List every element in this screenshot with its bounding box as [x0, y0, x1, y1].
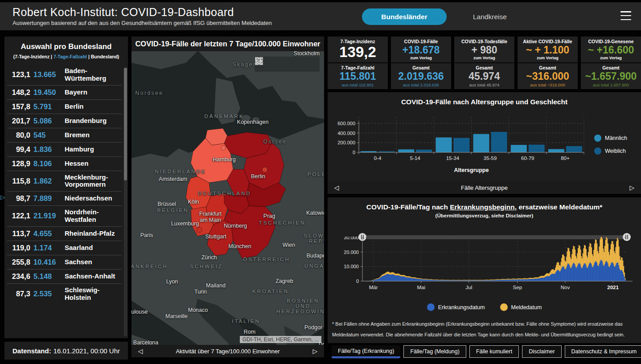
state-incidence: 122,1 [7, 212, 30, 220]
tab-disclaimer[interactable]: Disclaimer [522, 345, 561, 358]
svg-text:30.000: 30.000 [344, 237, 359, 240]
map-pager-label: Aktivität über 7 Tage/100.000 Einwohner [149, 348, 306, 355]
state-row[interactable]: 128,98.106Hessen [7, 156, 122, 171]
legend-weiblich: Weiblich [594, 147, 626, 155]
erkrankungsbeginn-link[interactable]: Erkrankungsbeginn [450, 203, 515, 211]
basemap-icon[interactable] [304, 59, 315, 70]
state-row[interactable]: 255,810.416Sachsen [7, 255, 122, 269]
scrollbar-thumb[interactable] [124, 68, 127, 180]
bar-maennlich-5-14 [398, 149, 414, 152]
state-name: Sachsen-Anhalt [62, 273, 122, 280]
timeline-footnote: * Bei Fällen ohne Angaben zum Erkrankung… [332, 319, 637, 340]
europe-map[interactable]: StockholmSkagerrakNordseeDÄNEMARKKopenha… [131, 51, 324, 357]
state-incidence: 148,2 [7, 88, 30, 97]
state-row[interactable]: 123,113.665Baden-Württemberg [7, 65, 122, 85]
stat-bottom-label: 7-Tage-Fallzahl [341, 65, 374, 70]
map-title: COVID-19-Fälle der letzten 7 Tage/100.00… [131, 37, 324, 51]
state-name: Bayern [62, 89, 122, 96]
state-row[interactable]: 87,32.535Schleswig-Holstein [7, 283, 122, 304]
state-name: Nordrhein-Westfalen [62, 209, 122, 224]
state-row[interactable]: 80,0545Bremen [7, 128, 122, 142]
state-incidence: 234,6 [7, 272, 30, 281]
stat-card: COVID-19-Todesfälle+ 980zum VortagGesamt… [454, 37, 514, 89]
state-row[interactable]: 122,121.919Nordrhein-Westfalen [7, 205, 122, 226]
state-cases: 2.535 [33, 290, 62, 298]
state-row[interactable]: 98,77.889Niedersachsen [7, 191, 122, 205]
state-row[interactable]: 99,41.836Hamburg [7, 142, 122, 156]
tab-fälle-tag-meldung-[interactable]: Fälle/Tag (Meldung) [403, 345, 466, 358]
state-incidence: 98,7 [7, 194, 30, 203]
stat-top-value: + 980 [471, 45, 497, 55]
stat-card: Aktive COVID-19-Fälle~ + 1.100zum Vortag… [518, 37, 578, 89]
state-row[interactable]: 157,85.791Berlin [7, 99, 122, 114]
map-svg[interactable] [131, 51, 324, 357]
state-name: Mecklenburg-Vorpommern [62, 174, 122, 189]
stat-bottom-value: 2.019.636 [398, 71, 444, 82]
menu-icon[interactable] [620, 11, 631, 20]
state-row[interactable]: 115,81.862Mecklenburg-Vorpommern [7, 171, 122, 192]
state-incidence: 201,7 [7, 117, 30, 125]
legend-maennlich: Männlich [594, 135, 627, 142]
svg-text:10.000: 10.000 [344, 264, 359, 269]
state-name: Berlin [62, 103, 122, 110]
nav-landkreise-button[interactable]: Landkreise [470, 8, 510, 25]
tab-fälle-kumuliert[interactable]: Fälle kumuliert [469, 345, 519, 358]
map-region-hamburg[interactable] [221, 146, 226, 150]
stat-top-label: 7-Tage-Inzidenz [341, 39, 375, 44]
svg-text:0: 0 [353, 150, 355, 155]
map-pager-next-icon[interactable]: ▷ [306, 348, 324, 355]
age-pager-next-icon[interactable]: ▷ [623, 184, 641, 191]
state-row[interactable]: 148,219.450Bayern [7, 85, 122, 99]
stat-top-label: COVID-19-Todesfälle [461, 39, 507, 44]
map-region-saarland[interactable] [197, 227, 202, 233]
stat-top-label: COVID-19-Fälle [404, 39, 438, 44]
state-cases: 545 [33, 131, 62, 139]
stat-bottom-note: aus total 115.801 [341, 82, 374, 87]
svg-text:0: 0 [356, 278, 359, 284]
bar-maennlich-60-79 [511, 145, 527, 152]
legend-icon[interactable] [289, 59, 300, 70]
stat-bottom-note: aus total ~316.000 [530, 82, 565, 87]
map-pager-prev-icon[interactable]: ◁ [131, 348, 149, 355]
age-pager-label: Fälle Altersgruppe [345, 184, 623, 191]
sidebar-scrollbar[interactable] [124, 68, 127, 336]
state-cases: 21.919 [33, 212, 62, 220]
state-cases: 5.791 [33, 102, 62, 111]
erkrankungsdatum-dot-icon [427, 303, 435, 311]
stat-bottom-label: Gesamt [476, 65, 493, 70]
state-row[interactable]: 119,01.174Saarland [7, 241, 122, 255]
svg-text:20.000: 20.000 [344, 249, 359, 255]
app-header: Robert Koch-Institut: COVID-19-Dashboard… [0, 2, 641, 30]
age-pager-prev-icon[interactable]: ◁ [328, 184, 345, 191]
svg-text:Mai: Mai [417, 285, 425, 290]
svg-text:Sep: Sep [513, 285, 522, 290]
map-region-berlin[interactable] [262, 167, 267, 172]
nav-bundeslaender-button[interactable]: Bundesländer [362, 8, 447, 25]
state-incidence: 99,4 [7, 145, 30, 154]
timeline-chart-title: COVID-19-Fälle/Tag nach Erkrankungsbegin… [328, 203, 641, 211]
bundesland-list: 123,113.665Baden-Württemberg148,219.450B… [4, 63, 128, 338]
timeline-chart: 010.00020.00030.000MärMaiJulSepNov2021 [331, 237, 641, 292]
tab-fälle-tag-erkrankung-[interactable]: Fälle/Tag (Erkrankung) [332, 345, 400, 358]
state-name: Saarland [62, 244, 122, 252]
map-region-bremen[interactable] [212, 158, 216, 162]
legend-erkrankungsdatum: Erkrankungsdatum [427, 303, 485, 311]
panel-expand-icon[interactable]: ▷ [0, 194, 5, 200]
state-name: Sachsen [62, 258, 122, 266]
map-toolbar [255, 57, 320, 72]
state-row[interactable]: 201,75.086Brandenburg [7, 114, 122, 128]
svg-text:400.000: 400.000 [337, 131, 355, 136]
state-incidence: 115,8 [7, 177, 30, 185]
stat-bottom-value: ~1.657.900 [585, 71, 637, 82]
maennlich-dot-icon [594, 135, 601, 142]
home-icon[interactable] [274, 59, 285, 70]
tab-datenschutz-impressum[interactable]: Datenschutz & Impressum [565, 345, 641, 358]
stat-top-label: Aktive COVID-19-Fälle [523, 39, 572, 44]
page-subtitle: Auswertungen basierend auf den aus den G… [12, 20, 272, 26]
state-row[interactable]: 113,74.655Rheinland-Pfalz [7, 226, 122, 241]
legend-maennlich-label: Männlich [605, 135, 627, 141]
state-cases: 8.106 [33, 160, 62, 168]
sidebar-header: Auswahl pro Bundesland (7-Tage-Inzidenz … [4, 37, 128, 63]
state-row[interactable]: 234,65.148Sachsen-Anhalt [7, 269, 122, 283]
stat-cards: 7-Tage-Inzidenz139,27-Tage-Fallzahl115.8… [328, 37, 641, 89]
